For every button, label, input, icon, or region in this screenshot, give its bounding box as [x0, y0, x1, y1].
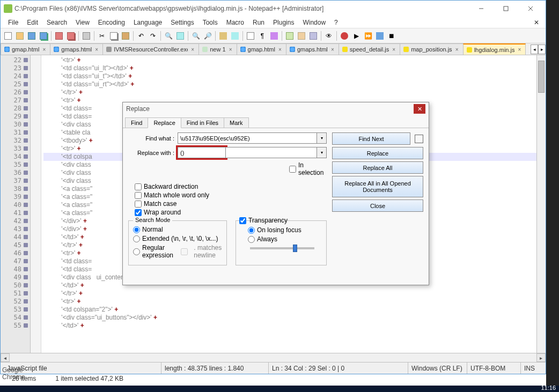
sync-h-icon[interactable]: [230, 31, 240, 41]
wrap-check[interactable]: Wrap around: [135, 209, 327, 216]
matchcase-check[interactable]: Match case: [135, 200, 327, 208]
tab-close-icon[interactable]: ×: [41, 47, 47, 52]
zoomout-icon[interactable]: 🔎: [202, 31, 213, 41]
matchword-check[interactable]: Match whole word only: [135, 191, 327, 199]
replaceall-button[interactable]: Replace All: [332, 161, 423, 174]
menu-file[interactable]: File: [4, 19, 23, 26]
scroll-left[interactable]: ◂: [1, 353, 10, 362]
scroll-right[interactable]: ▸: [536, 353, 546, 362]
maximize-button[interactable]: [494, 1, 518, 16]
menu-view[interactable]: View: [71, 19, 94, 26]
menu-run[interactable]: Run: [248, 19, 269, 26]
menu-encoding[interactable]: Encoding: [94, 19, 129, 26]
close-icon[interactable]: [54, 31, 64, 41]
menu-tools[interactable]: Tools: [198, 19, 222, 26]
save-icon[interactable]: [26, 31, 37, 41]
docmap-icon[interactable]: [308, 31, 319, 41]
file-tab[interactable]: lhgdialog.min.js×: [463, 43, 526, 55]
findnext-side-check[interactable]: [415, 135, 423, 143]
horizontal-scrollbar[interactable]: ◂ ▸: [1, 353, 546, 362]
new-icon[interactable]: [3, 31, 13, 41]
tab-next[interactable]: ▸: [538, 45, 546, 54]
stop-icon[interactable]: ⏹: [386, 31, 397, 41]
redo-icon[interactable]: ↷: [148, 31, 158, 41]
find-icon[interactable]: 🔍: [163, 31, 174, 41]
file-tab[interactable]: IVMSResourceController.exe.config×: [102, 43, 199, 55]
menu-macro[interactable]: Macro: [222, 19, 248, 26]
tab-close-icon[interactable]: ×: [190, 47, 195, 52]
record-icon[interactable]: [339, 31, 350, 41]
print-icon[interactable]: [81, 31, 92, 41]
undo-icon[interactable]: ↶: [136, 31, 146, 41]
play-icon[interactable]: ▶: [351, 31, 362, 41]
mode-normal[interactable]: Normal: [133, 226, 222, 233]
menu-language[interactable]: Language: [129, 19, 166, 26]
savemacro-icon[interactable]: [374, 31, 385, 41]
close-button[interactable]: [518, 1, 542, 16]
replace-icon[interactable]: [175, 31, 186, 41]
zoomin-icon[interactable]: 🔍: [190, 31, 201, 41]
scroll-thumb[interactable]: [538, 61, 545, 93]
findwhat-dropdown[interactable]: ▾: [317, 132, 327, 144]
file-tab[interactable]: gmaps.html×: [50, 43, 103, 55]
file-tab[interactable]: speed_detail.js×: [339, 43, 400, 55]
trans-always[interactable]: Always: [248, 235, 322, 243]
file-tab[interactable]: gmaps.html×: [286, 43, 339, 55]
slider-thumb[interactable]: [293, 245, 297, 252]
in-selection-check[interactable]: In selection: [289, 161, 327, 176]
tab-close-icon[interactable]: ×: [330, 47, 335, 52]
file-tab[interactable]: gmap.html×: [1, 43, 50, 55]
findwhat-input[interactable]: [178, 132, 317, 144]
menu-settings[interactable]: Settings: [166, 19, 198, 26]
trans-onlosing[interactable]: On losing focus: [248, 226, 322, 234]
closeall-icon[interactable]: [65, 31, 76, 41]
vertical-scrollbar[interactable]: [536, 55, 546, 353]
paste-icon[interactable]: [120, 31, 131, 41]
wordwrap-icon[interactable]: [245, 31, 256, 41]
replacewith-input[interactable]: [178, 147, 226, 158]
monitor-icon[interactable]: 👁: [323, 31, 334, 41]
menu-search[interactable]: Search: [42, 19, 71, 26]
menu-help[interactable]: ?: [330, 19, 342, 26]
tab-close-icon[interactable]: ×: [277, 47, 283, 52]
mode-regex[interactable]: Regular expression . matches newline: [133, 244, 222, 259]
replaceall-open-button[interactable]: Replace All in All Opened Documents: [332, 176, 423, 197]
tab-close-icon[interactable]: ×: [94, 47, 99, 52]
close-button-2[interactable]: Close: [332, 199, 423, 212]
sync-v-icon[interactable]: [218, 31, 229, 41]
tab-prev[interactable]: ◂: [531, 45, 538, 54]
dialog-close-button[interactable]: ✕: [414, 104, 425, 114]
allchars-icon[interactable]: ¶: [257, 31, 268, 41]
replace-button[interactable]: Replace: [332, 147, 423, 159]
tab-replace[interactable]: Replace: [148, 117, 181, 128]
tab-findinfiles[interactable]: Find in Files: [181, 117, 224, 128]
tab-close-icon[interactable]: ×: [454, 47, 460, 52]
folder-icon[interactable]: [284, 31, 295, 41]
funclist-icon[interactable]: [296, 31, 307, 41]
close-doc-button[interactable]: ✕: [531, 19, 542, 26]
mode-extended[interactable]: Extended (\n, \r, \t, \0, \x...): [133, 235, 222, 242]
indent-icon[interactable]: [269, 31, 280, 41]
menu-window[interactable]: Window: [298, 19, 330, 26]
file-tab[interactable]: map_position.js×: [400, 43, 463, 55]
tab-find[interactable]: Find: [125, 117, 148, 128]
findnext-button[interactable]: Find Next: [332, 132, 410, 145]
transparency-check[interactable]: Transparency: [239, 217, 322, 224]
open-icon[interactable]: [14, 31, 25, 41]
file-tab[interactable]: gmap.html×: [237, 43, 286, 55]
copy-icon[interactable]: [108, 31, 119, 41]
transparency-slider[interactable]: [250, 247, 314, 249]
menu-edit[interactable]: Edit: [23, 19, 42, 26]
file-tab[interactable]: new 1×: [198, 43, 237, 55]
tab-close-icon[interactable]: ×: [391, 47, 396, 52]
tab-close-icon[interactable]: ×: [517, 47, 522, 53]
replacewith-dropdown[interactable]: ▾: [317, 147, 327, 158]
menu-plugins[interactable]: Plugins: [269, 19, 298, 26]
tab-close-icon[interactable]: ×: [228, 47, 233, 52]
saveall-icon[interactable]: [38, 31, 49, 41]
tab-mark[interactable]: Mark: [224, 117, 248, 128]
playmulti-icon[interactable]: ⏩: [363, 31, 373, 41]
cut-icon[interactable]: ✂: [97, 31, 107, 41]
minimize-button[interactable]: [469, 1, 493, 16]
backward-check[interactable]: Backward direction: [135, 183, 327, 190]
